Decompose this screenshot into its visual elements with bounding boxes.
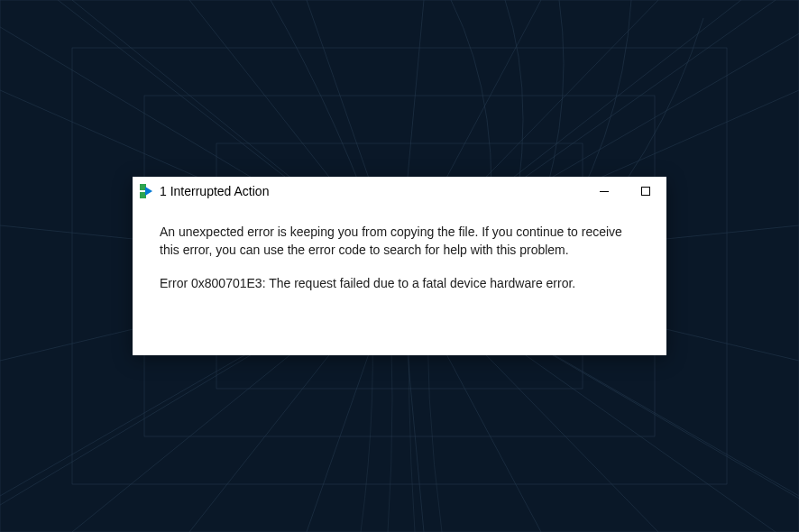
dialog-body: An unexpected error is keeping you from … <box>133 206 666 311</box>
minimize-icon <box>600 191 609 192</box>
titlebar[interactable]: 1 Interrupted Action <box>133 177 666 206</box>
minimize-button[interactable] <box>583 177 625 206</box>
error-dialog: 1 Interrupted Action An unexpected error… <box>133 177 666 355</box>
error-code-line: Error 0x800701E3: The request failed due… <box>160 275 639 293</box>
error-message: An unexpected error is keeping you from … <box>160 224 639 259</box>
file-transfer-icon <box>140 184 154 198</box>
maximize-button[interactable] <box>625 177 666 206</box>
dialog-title: 1 Interrupted Action <box>160 184 269 198</box>
window-controls <box>583 177 666 206</box>
maximize-icon <box>641 187 650 196</box>
